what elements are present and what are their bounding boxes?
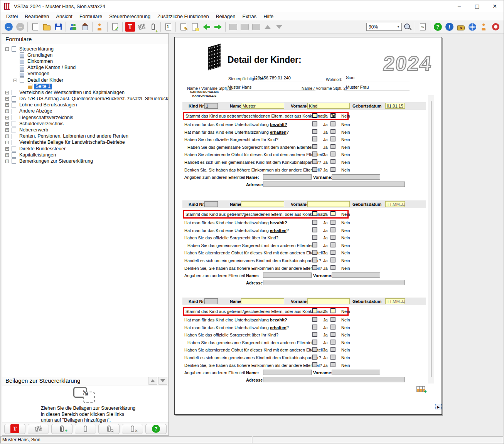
tree-expander-plus[interactable]: + [5,147,9,151]
other-parent-vorname-field[interactable] [332,174,380,180]
checkbox-ja[interactable] [312,129,317,134]
checkbox-ja[interactable] [312,144,317,149]
page-one-button[interactable]: 1 [163,22,174,32]
zoom-select[interactable]: 90%▼ [366,23,402,31]
tree-expander-plus[interactable]: + [5,116,9,119]
checkbox-ja[interactable] [312,113,317,118]
tree-item-liegenschaftsverzeichnis[interactable]: +Liegenschaftsverzeichnis [2,114,169,121]
scrollbar-thumb[interactable] [431,101,432,377]
checkbox-ja[interactable] [312,242,317,247]
checkbox-ja[interactable] [312,265,317,270]
tree-expander-plus[interactable]: + [5,141,9,144]
attachment-remove-button[interactable]: × [122,424,143,434]
checkbox-nein[interactable] [330,220,335,225]
menu-item-formulare[interactable]: Formulare [76,13,106,20]
checkbox-nein[interactable] [330,332,335,337]
checkbox-nein[interactable] [330,257,335,262]
checkbox-ja[interactable] [312,151,317,156]
name-field[interactable]: Muster [241,103,284,109]
checkbox-nein[interactable] [330,227,335,232]
checkbox-nein[interactable] [330,355,335,360]
vorname-field[interactable]: Kind [307,103,350,109]
checkbox-ja[interactable] [312,332,317,337]
tree-item-andere-abzüge[interactable]: +Andere Abzüge [2,108,169,114]
zoom-search-button[interactable] [402,22,413,32]
attachment-search-button[interactable] [98,424,120,434]
contact-button[interactable] [479,22,489,32]
tree-item-verzeichnis-der-wertschriften-und-kapitalanlagen[interactable]: +Verzeichnis der Wertschriften und Kapit… [2,89,169,96]
navigate-next-button[interactable] [212,22,223,32]
menu-item-bearbeiten[interactable]: Bearbeiten [21,13,52,20]
next-page-button[interactable]: ▶ [435,404,442,410]
tree-expander-plus[interactable]: + [5,109,9,113]
checkbox-ja[interactable] [312,250,317,255]
checkbox-ja[interactable] [312,362,317,367]
tree-item-vermögen[interactable]: Vermögen [2,71,169,77]
menu-item-hilfe[interactable]: Hilfe [260,13,277,20]
checkbox-nein[interactable] [330,242,335,247]
checkbox-ja[interactable] [312,211,317,216]
checkbox-nein[interactable] [330,159,335,164]
checkbox-ja[interactable] [312,235,317,240]
tree-item-vereinfachte-beilage-für-landwirtschafts-betriebe[interactable]: +Vereinfachte Beilage für Landwirtschaft… [2,140,169,146]
tree-item-bemerkungen-zur-steuererklärung[interactable]: +Bemerkungen zur Steuererklärung [2,158,169,164]
checkbox-nein[interactable] [330,325,335,330]
menu-item-datei[interactable]: Datei [3,13,21,20]
help-button[interactable]: ? [145,424,167,434]
new-document-button[interactable] [30,22,40,32]
vstax-transfer-button[interactable]: T [4,424,25,434]
info-button[interactable]: i [444,22,455,32]
geburtsdatum-field[interactable]: TT.MM.JJ [385,201,405,207]
checkbox-nein[interactable] [330,265,335,270]
check-document-button[interactable]: ✓ [110,22,120,32]
tree-item-nebenerwerb[interactable]: +Nebenerwerb [2,127,169,133]
checkbox-ja[interactable] [312,220,317,225]
geburtsdatum-field[interactable]: TT.MM.JJ [385,298,405,304]
select-taxpayer-button[interactable] [94,22,105,32]
panel-down-button[interactable] [158,377,167,385]
support-button[interactable] [490,22,501,32]
tree-item-seite-1[interactable]: Seite 1 [2,83,169,89]
checkbox-nein[interactable] [330,347,335,352]
other-parent-name-field[interactable] [263,174,312,180]
navigate-previous-button[interactable] [201,22,212,32]
forward-button[interactable]: → [15,22,25,32]
checkbox-ja[interactable] [312,308,317,313]
attachments-dropzone[interactable]: ↘ Ziehen Sie die Beilagen zur Steuererkl… [2,385,169,422]
close-button[interactable]: ✕ [486,0,504,12]
menu-item-zusätzliche-funktionen[interactable]: Zusätzliche Funktionen [154,13,212,20]
attachment-add-button[interactable]: + [148,22,158,32]
checkbox-ja[interactable] [312,121,317,126]
tree-expander-minus[interactable]: − [5,47,9,51]
menu-item-beilagen[interactable]: Beilagen [212,13,239,20]
tree-expander-minus[interactable]: − [13,79,17,82]
barcode-scan-button[interactable] [28,424,49,434]
menu-item-steuerberechnung[interactable]: Steuerberechnung [106,13,154,20]
checkbox-nein[interactable] [330,340,335,345]
checkbox-ja[interactable] [312,167,317,172]
address-field[interactable] [263,377,405,382]
checkbox-nein[interactable] [330,121,335,126]
back-button[interactable]: ← [3,22,14,32]
notes-button[interactable] [189,22,200,32]
page-percent-button[interactable]: % [417,22,428,32]
menu-item-ansicht[interactable]: Ansicht [52,13,76,20]
other-parent-name-field[interactable] [263,370,312,375]
tree-item-schuldenverzeichnis[interactable]: +Schuldenverzeichnis [2,121,169,127]
vstax-transfer-button[interactable]: T [125,22,135,32]
open-file-button[interactable] [41,22,52,32]
taxpayers-button[interactable] [68,22,79,32]
tree-item-kapitalleistungen[interactable]: +Kapitalleistungen [2,152,169,158]
menu-item-extras[interactable]: Extras [239,13,260,20]
geburtsdatum-field[interactable]: 01.01.15 [385,103,405,109]
tree-item-grundlagen[interactable]: Grundlagen [2,52,169,58]
checkbox-nein[interactable] [330,167,335,172]
address-field[interactable] [263,280,405,285]
other-parent-name-field[interactable] [263,272,312,278]
tree-expander-plus[interactable]: + [5,153,9,157]
name-field[interactable] [241,201,284,207]
checkbox-nein[interactable] [330,113,335,118]
tree-item-löhne-und-berufsauslagen[interactable]: +Löhne und Berufsauslagen [2,102,169,108]
tree-item-steuererklärung[interactable]: −Steuererklärung [2,46,169,52]
checkbox-nein[interactable] [330,129,335,134]
